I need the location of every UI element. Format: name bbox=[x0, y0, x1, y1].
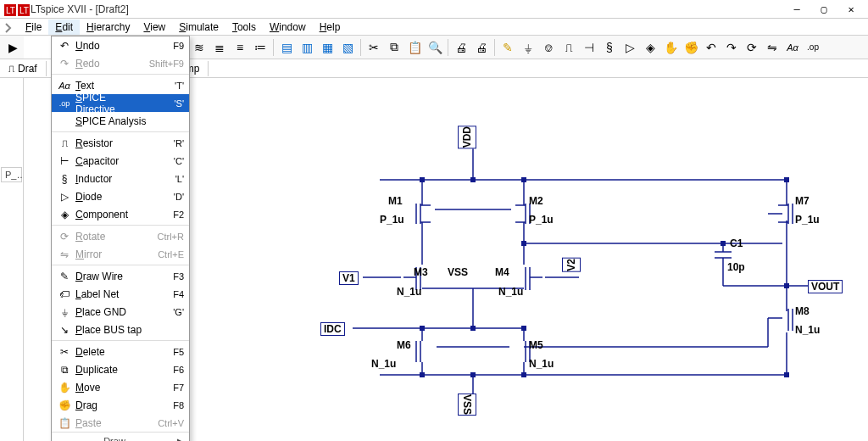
menu-item-component[interactable]: ◈ComponentF2 bbox=[52, 205, 189, 223]
menu-item-label: Resistor bbox=[72, 137, 148, 149]
net-label-vout[interactable]: VOUT bbox=[808, 280, 843, 293]
menu-item-shortcut: Shift+F9 bbox=[148, 59, 184, 69]
drag-tool-icon[interactable]: ✊ bbox=[682, 38, 700, 57]
net-label-v1[interactable]: V1 bbox=[339, 271, 359, 285]
ref-m1: M1 bbox=[388, 195, 403, 207]
svg-rect-64 bbox=[784, 177, 789, 182]
menu-file[interactable]: File bbox=[19, 20, 48, 35]
rotate-tool-icon[interactable]: ⟳ bbox=[743, 38, 761, 57]
plot3-icon[interactable]: ≔ bbox=[251, 38, 270, 57]
component-icon: ◈ bbox=[57, 209, 72, 220]
plot1-icon[interactable]: ≣ bbox=[210, 38, 229, 57]
menu-window[interactable]: Window bbox=[263, 20, 313, 35]
menu-tools[interactable]: Tools bbox=[225, 20, 263, 35]
close-win-icon[interactable]: ▧ bbox=[338, 38, 357, 57]
val-c1: 10p bbox=[727, 261, 745, 273]
paste-tool-icon[interactable]: 📋 bbox=[405, 38, 424, 57]
menu-item-label: Place BUS tap bbox=[72, 324, 148, 336]
op-tool-icon[interactable]: .op bbox=[804, 38, 822, 57]
comp-tool-icon[interactable]: ◈ bbox=[641, 38, 659, 57]
menu-view[interactable]: View bbox=[136, 20, 172, 35]
menu-item-place-bus-tap[interactable]: ↘Place BUS tap bbox=[52, 321, 189, 338]
print-setup-icon[interactable]: 🖨 bbox=[472, 38, 491, 57]
menu-item-label: Capacitor bbox=[72, 155, 148, 167]
label-icon: 🏷 bbox=[57, 288, 72, 300]
menu-item-undo[interactable]: ↶UndoF9 bbox=[52, 36, 189, 54]
menu-item-shortcut: F6 bbox=[148, 365, 184, 375]
menu-item-diode[interactable]: ▷Diode'D' bbox=[52, 187, 189, 205]
menu-item-label-net[interactable]: 🏷Label NetF4 bbox=[52, 285, 189, 303]
window-maximize[interactable]: ▢ bbox=[815, 3, 832, 15]
menu-item-resistor[interactable]: ⎍Resistor'R' bbox=[52, 134, 189, 152]
menu-simulate[interactable]: Simulate bbox=[172, 20, 225, 35]
menu-item-shortcut: Ctrl+R bbox=[148, 232, 184, 242]
window-close[interactable]: ✕ bbox=[843, 3, 860, 15]
res-tool-icon[interactable]: ⎍ bbox=[559, 38, 578, 57]
menu-hierarchy[interactable]: Hierarchy bbox=[80, 20, 136, 35]
label-tool-icon[interactable]: ⎊ bbox=[539, 38, 558, 57]
sidebar-left: P_… bbox=[0, 78, 24, 441]
menu-edit[interactable]: Edit bbox=[48, 20, 80, 35]
menu-separator bbox=[52, 225, 189, 226]
autorange-icon[interactable]: ≋ bbox=[190, 38, 209, 57]
model-m8: N_1u bbox=[795, 324, 820, 336]
menu-item-label: Rotate bbox=[72, 231, 148, 243]
menu-item-inductor[interactable]: §Inductor'L' bbox=[52, 170, 189, 187]
label-vss-mid: VSS bbox=[448, 266, 468, 278]
menu-item-move[interactable]: ✋MoveF7 bbox=[52, 378, 189, 396]
cap-tool-icon[interactable]: ⊣ bbox=[580, 38, 598, 57]
net-label-vss-bottom[interactable]: VSS bbox=[458, 394, 476, 416]
cut-icon[interactable]: ✂ bbox=[364, 38, 383, 57]
wire-tool-icon[interactable]: ✎ bbox=[498, 38, 517, 57]
menu-item-shortcut: 'G' bbox=[148, 307, 184, 317]
net-label-idc[interactable]: IDC bbox=[320, 322, 345, 336]
ref-m8: M8 bbox=[795, 305, 810, 317]
find-icon[interactable]: 🔍 bbox=[426, 38, 444, 57]
diode-icon: ▷ bbox=[57, 191, 72, 203]
diode-tool-icon[interactable]: ▷ bbox=[620, 38, 639, 57]
svg-rect-66 bbox=[721, 241, 726, 246]
tile-h-icon[interactable]: ▤ bbox=[277, 38, 296, 57]
undo-tool-icon[interactable]: ↶ bbox=[702, 38, 721, 57]
redo-tool-icon[interactable]: ↷ bbox=[722, 38, 741, 57]
net-label-v2[interactable]: V2 bbox=[562, 258, 581, 272]
move-tool-icon[interactable]: ✋ bbox=[661, 38, 680, 57]
print-icon[interactable]: 🖨 bbox=[452, 38, 470, 57]
net-label-vdd[interactable]: VDD bbox=[458, 126, 476, 148]
svg-rect-65 bbox=[521, 241, 526, 246]
tile-v-icon[interactable]: ▥ bbox=[298, 38, 316, 57]
text-tool-icon[interactable]: Aα bbox=[783, 38, 802, 57]
model-m1: P_1u bbox=[380, 214, 404, 226]
svg-rect-62 bbox=[420, 177, 425, 182]
menu-footer-draw[interactable]: Draw▸ bbox=[52, 432, 189, 441]
menu-item-draw-wire[interactable]: ✎Draw WireF3 bbox=[52, 267, 189, 285]
menu-item-shortcut: 'L' bbox=[148, 174, 184, 184]
tab-draft2[interactable]: ⎍ Draf bbox=[0, 61, 47, 76]
run-icon[interactable]: ▶ bbox=[3, 38, 22, 57]
gnd-tool-icon[interactable]: ⏚ bbox=[519, 38, 537, 57]
ref-m5: M5 bbox=[529, 339, 543, 351]
delete-icon: ✂ bbox=[57, 346, 72, 358]
menu-item-spice-directive[interactable]: .opSPICE Directive'S' bbox=[52, 94, 189, 112]
menu-separator bbox=[52, 265, 189, 265]
duplicate-icon: ⧉ bbox=[57, 364, 72, 376]
menu-help[interactable]: Help bbox=[313, 20, 348, 35]
op-icon: .op bbox=[57, 99, 72, 108]
menu-item-spice-analysis[interactable]: SPICE Analysis bbox=[52, 112, 189, 130]
ref-c1: C1 bbox=[730, 237, 743, 249]
menu-item-duplicate[interactable]: ⧉DuplicateF6 bbox=[52, 360, 189, 378]
menu-item-shortcut: F5 bbox=[148, 347, 184, 357]
menu-item-place-gnd[interactable]: ⏚Place GND'G' bbox=[52, 303, 189, 321]
window-minimize[interactable]: — bbox=[788, 3, 805, 15]
menu-item-drag[interactable]: ✊DragF8 bbox=[52, 396, 189, 414]
copy-icon[interactable]: ⧉ bbox=[385, 38, 403, 57]
menu-item-capacitor[interactable]: ⊢Capacitor'C' bbox=[52, 152, 189, 170]
menu-item-paste: 📋PasteCtrl+V bbox=[52, 414, 189, 432]
mirror-tool-icon[interactable]: ⇋ bbox=[763, 38, 782, 57]
menu-item-shortcut: F3 bbox=[148, 271, 184, 282]
plot2-icon[interactable]: ≡ bbox=[231, 38, 249, 57]
sidebar-item[interactable]: P_… bbox=[1, 167, 22, 182]
ind-tool-icon[interactable]: § bbox=[600, 38, 619, 57]
menu-item-delete[interactable]: ✂DeleteF5 bbox=[52, 343, 189, 360]
cascade-icon[interactable]: ▦ bbox=[318, 38, 337, 57]
